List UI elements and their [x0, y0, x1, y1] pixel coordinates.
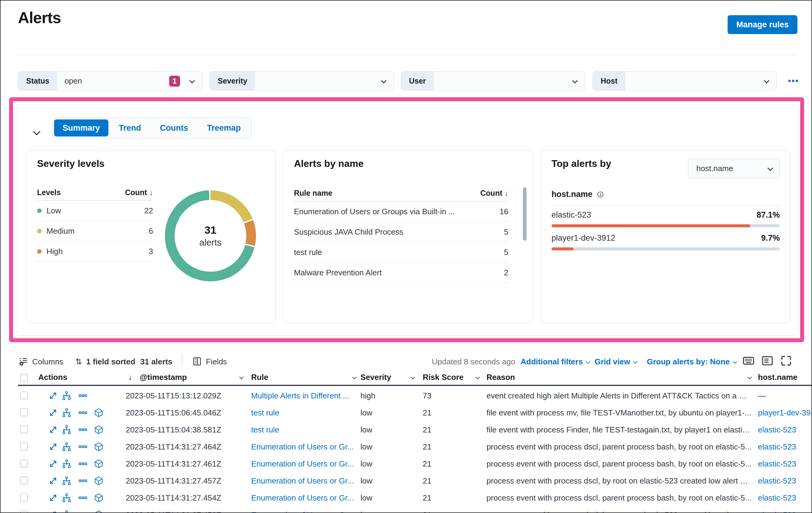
keyboard-shortcuts-icon[interactable]: [743, 355, 754, 367]
tab-treemap[interactable]: Treemap: [199, 119, 249, 136]
top-alerts-field-select[interactable]: host.name: [688, 159, 780, 178]
more-actions-icon[interactable]: [78, 425, 87, 434]
rule-link[interactable]: Enumeration of Users or Gr...: [251, 455, 356, 472]
row-checkbox[interactable]: [20, 460, 28, 467]
session-view-icon[interactable]: [62, 459, 71, 468]
row-checkbox[interactable]: [20, 442, 28, 451]
columns-icon[interactable]: [19, 357, 28, 366]
row-checkbox[interactable]: [20, 511, 28, 513]
display-density-icon[interactable]: [762, 355, 773, 367]
expand-alert-icon[interactable]: [49, 408, 58, 417]
column-risk-score[interactable]: Risk Score: [423, 373, 463, 382]
host-link[interactable]: elastic-523: [758, 438, 812, 455]
tab-trend[interactable]: Trend: [110, 119, 150, 136]
analyzer-icon[interactable]: [94, 425, 103, 434]
column-severity[interactable]: Severity: [360, 373, 391, 382]
rule-link[interactable]: Enumeration of Users or Gr...: [251, 438, 356, 455]
additional-filters-button[interactable]: Additional filters: [520, 356, 589, 368]
column-menu-chevron-icon[interactable]: [748, 375, 752, 379]
host-link[interactable]: elastic-523: [758, 472, 812, 489]
toolbar-separator: [182, 354, 182, 365]
grid-header-divider: [18, 385, 811, 386]
session-view-icon[interactable]: [62, 408, 71, 417]
fullscreen-icon[interactable]: [780, 355, 792, 367]
rule-link[interactable]: Enumeration of Users or Gr...: [251, 506, 356, 513]
more-actions-icon[interactable]: [78, 459, 87, 468]
count-col-sort[interactable]: Count↓: [481, 189, 508, 197]
severity-col-count-sort[interactable]: Count↓: [125, 188, 153, 197]
host-link[interactable]: player1-dev-3912: [758, 404, 812, 421]
select-all-checkbox[interactable]: [20, 374, 28, 382]
rule-link[interactable]: test rule: [251, 421, 356, 438]
sort-fields-button[interactable]: ⇅1 field sorted: [75, 356, 136, 368]
expand-alert-icon[interactable]: [49, 510, 58, 513]
column-menu-chevron-icon[interactable]: [411, 375, 415, 379]
host-filter[interactable]: Host: [592, 71, 777, 90]
column-host-name[interactable]: host.name: [758, 373, 798, 382]
session-view-icon[interactable]: [62, 493, 71, 502]
session-view-icon[interactable]: [62, 425, 71, 434]
column-timestamp[interactable]: @timestamp: [140, 373, 187, 382]
session-view-icon[interactable]: [62, 442, 71, 451]
more-actions-icon[interactable]: [78, 408, 87, 417]
expand-alert-icon[interactable]: [49, 442, 58, 451]
fields-button[interactable]: Fields: [206, 356, 227, 368]
expand-alert-icon[interactable]: [49, 459, 58, 468]
expand-alert-icon[interactable]: [49, 425, 58, 434]
analyzer-icon[interactable]: [94, 510, 103, 513]
severity-cell: low: [360, 472, 406, 489]
row-checkbox[interactable]: [20, 477, 28, 484]
severity-filter[interactable]: Severity: [209, 71, 394, 90]
more-actions-icon[interactable]: [78, 510, 87, 513]
more-filters-icon[interactable]: [788, 75, 799, 86]
group-alerts-by-button[interactable]: Group alerts by: None: [647, 356, 736, 368]
expand-alert-icon[interactable]: [49, 391, 58, 400]
tab-counts[interactable]: Counts: [151, 119, 197, 136]
columns-button[interactable]: Columns: [32, 356, 63, 368]
scrollbar-thumb[interactable]: [523, 187, 527, 241]
host-link[interactable]: elastic-523: [758, 455, 812, 472]
column-menu-chevron-icon[interactable]: [352, 375, 356, 379]
row-checkbox[interactable]: [20, 426, 28, 433]
chevron-down-icon: [764, 78, 769, 83]
column-rule[interactable]: Rule: [251, 373, 268, 382]
session-view-icon[interactable]: [62, 391, 71, 400]
expand-alert-icon[interactable]: [49, 476, 58, 485]
column-reason[interactable]: Reason: [487, 373, 515, 382]
more-actions-icon[interactable]: [78, 442, 87, 451]
collapse-kpi-chevron-icon[interactable]: [31, 129, 43, 138]
reason-cell: process event with process dscl, by root…: [487, 472, 752, 489]
host-link[interactable]: elastic-523: [758, 489, 812, 506]
analyzer-icon[interactable]: [94, 493, 103, 502]
rule-link[interactable]: test rule: [251, 404, 356, 421]
rule-link[interactable]: Enumeration of Users or Gr...: [251, 472, 356, 489]
analyzer-icon[interactable]: [94, 442, 103, 451]
host-link[interactable]: elastic-523: [758, 421, 812, 438]
rule-link[interactable]: Multiple Alerts in Different ...: [251, 387, 356, 404]
analyzer-icon[interactable]: [94, 459, 103, 468]
expand-alert-icon[interactable]: [49, 493, 58, 502]
severity-level-count: 6: [149, 226, 153, 236]
fields-icon[interactable]: [193, 357, 202, 366]
more-actions-icon[interactable]: [78, 493, 87, 502]
tab-summary[interactable]: Summary: [54, 119, 108, 136]
session-view-icon[interactable]: [62, 476, 71, 485]
more-actions-icon[interactable]: [78, 476, 87, 485]
column-menu-chevron-icon[interactable]: [475, 375, 480, 379]
column-menu-chevron-icon[interactable]: [239, 375, 243, 379]
host-link[interactable]: elastic-523: [758, 506, 812, 513]
reason-cell: file event with process Finder, file TES…: [487, 421, 752, 438]
row-checkbox[interactable]: [20, 392, 28, 399]
user-filter[interactable]: User: [401, 71, 585, 90]
analyzer-icon[interactable]: [94, 408, 103, 417]
session-view-icon[interactable]: [62, 510, 71, 513]
info-icon[interactable]: [597, 191, 604, 198]
more-actions-icon[interactable]: [78, 391, 87, 400]
manage-rules-button[interactable]: Manage rules: [728, 15, 798, 34]
row-checkbox[interactable]: [20, 408, 28, 416]
status-filter[interactable]: Status open 1: [18, 71, 202, 90]
grid-view-button[interactable]: Grid view: [594, 356, 637, 368]
analyzer-icon[interactable]: [94, 476, 103, 485]
row-checkbox[interactable]: [20, 493, 28, 502]
rule-link[interactable]: Enumeration of Users or Gr...: [251, 489, 356, 506]
